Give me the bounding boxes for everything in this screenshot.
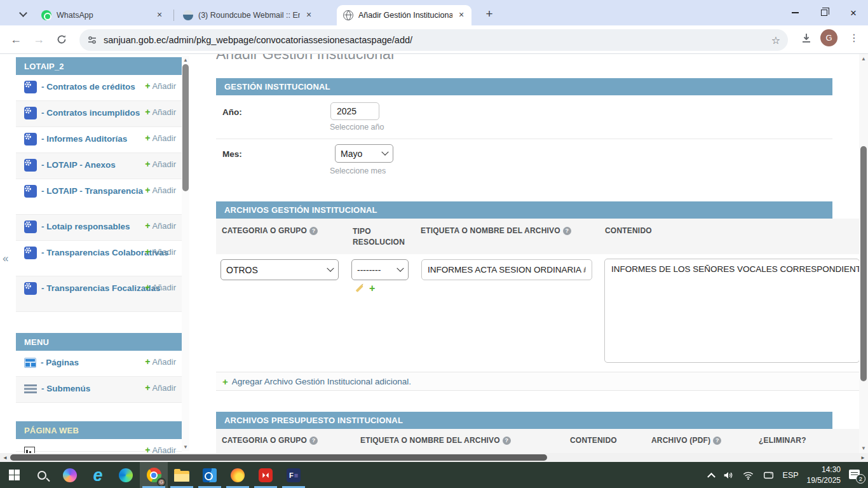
categoria-select[interactable]: OTROS [220,259,339,280]
sidebar-item-paginas[interactable]: - Páginas +Añadir [16,351,182,377]
scroll-left-icon[interactable]: ◄ [3,455,8,461]
sidebar-item-lotaip-responsables[interactable]: - Lotaip responsables +Añadir [16,215,182,241]
submenu-icon [24,384,37,393]
taskbar-search-button[interactable] [28,462,56,488]
etiqueta-input[interactable] [421,259,592,280]
help-icon[interactable]: ? [563,227,571,235]
sidebar-collapse-button[interactable]: « [3,252,8,265]
tab-close-icon[interactable]: × [154,10,165,20]
copilot-icon [63,468,77,482]
sidebar-item-informes-auditorias[interactable]: - Informes Auditorías +Añadir [16,127,182,153]
language-indicator[interactable]: ESP [783,471,799,480]
taskbar-outlook-button[interactable] [196,462,224,488]
help-icon[interactable]: ? [309,437,318,445]
add-link[interactable]: +Añadir [145,159,176,169]
profile-avatar[interactable]: G [820,29,837,46]
taskbar-edge-button[interactable] [112,462,140,488]
help-icon[interactable]: ? [309,227,318,235]
start-button[interactable] [0,462,28,488]
plus-icon: + [145,81,150,91]
add-link[interactable]: +Añadir [145,445,176,453]
edit-icon[interactable] [356,285,363,292]
taskbar-firefox-button[interactable] [224,462,252,488]
download-icon[interactable] [800,32,813,44]
internet-explorer-icon: e [93,468,102,482]
help-icon[interactable]: ? [503,437,511,445]
system-tray: ESP 14:30 19/5/2025 2 [709,462,864,488]
sidebar-item-contratos-incumplidos[interactable]: - Contratos incumplidos +Añadir [16,101,182,127]
scroll-down-icon[interactable]: ▼ [859,445,868,451]
tab-active-gestion[interactable]: Añadir Gestión Institucional | Pa × [337,5,471,25]
taskbar-acrobat-button[interactable] [252,462,280,488]
notification-center-button[interactable]: 2 [849,469,864,482]
back-button[interactable]: ← [6,30,25,50]
tab-close-icon[interactable]: × [456,10,466,20]
sidebar-item-partial[interactable]: +Añadir [16,439,182,452]
search-icon [37,471,46,480]
sidebar-item-lotaip-transparencia[interactable]: - LOTAIP - Transparencia +Añadir [16,179,182,215]
help-icon[interactable]: ? [713,437,721,445]
add-link[interactable]: +Añadir [145,185,176,195]
taskbar-ie-button[interactable]: e [84,462,112,488]
tipo-resolucion-select[interactable]: -------- [351,259,409,280]
add-link[interactable]: +Añadir [145,133,176,143]
windows-taskbar: e G F≡ ESP 14:30 19/5/2025 [0,462,868,488]
reload-button[interactable] [52,30,71,50]
add-link[interactable]: +Añadir [145,107,176,117]
tab-search-chevron-icon[interactable] [18,8,28,18]
url-text[interactable]: sanjuan.gob.ec/admin/pkg_webpage/convoca… [104,35,766,45]
add-link[interactable]: +Añadir [145,247,176,257]
scroll-up-icon[interactable]: ▲ [182,57,189,63]
add-link[interactable]: +Añadir [145,383,176,393]
browser-tab-strip: WhatsApp × (3) Roundcube Webmail :: Entr… [0,0,868,25]
scroll-down-icon[interactable]: ▼ [182,444,189,450]
new-tab-button[interactable]: + [480,5,498,23]
mes-select[interactable]: Mayo [335,144,393,163]
address-bar[interactable]: sanjuan.gob.ec/admin/pkg_webpage/convoca… [79,29,788,51]
tab-close-icon[interactable]: × [304,10,314,20]
tab-whatsapp[interactable]: WhatsApp × [35,5,170,25]
add-icon[interactable]: + [369,284,375,293]
site-settings-icon[interactable] [87,35,97,45]
globe-icon [343,10,353,20]
close-window-button[interactable]: × [839,0,868,25]
sidebar-item-transparencias-focalizadas[interactable]: - Transparencias Focalizadas +Añadir [16,276,182,312]
sidebar-scrollbar-thumb[interactable] [182,64,189,191]
forward-button[interactable]: → [29,30,48,50]
wifi-icon[interactable] [742,470,754,481]
tab-roundcube[interactable]: (3) Roundcube Webmail :: Entra × [177,5,319,25]
volume-icon[interactable] [722,470,734,481]
tab-label: WhatsApp [57,11,151,20]
scroll-up-icon[interactable]: ▲ [859,56,868,62]
taskbar-chrome-button[interactable]: G [140,462,168,488]
add-archivo-gestion-link[interactable]: Agregar Archivo Gestión Institucional ad… [232,377,411,386]
taskbar-copilot-button[interactable] [56,462,84,488]
horizontal-scrollbar[interactable]: ◄ ► [0,453,868,462]
tray-expand-icon[interactable] [707,473,715,481]
sidebar-item-contratos-creditos[interactable]: - Contratos de créditos +Añadir [16,75,182,101]
sidebar-item-submenus[interactable]: - Submenús +Añadir [16,377,182,403]
anio-input[interactable] [330,102,379,120]
add-link[interactable]: +Añadir [145,282,176,292]
add-link[interactable]: +Añadir [145,356,176,367]
contenido-textarea[interactable]: INFORMES DE LOS SEÑORES VOCALES CORRESPO… [604,259,859,363]
sidebar-scrollbar[interactable]: ▲ ▼ [182,56,189,451]
bookmark-star-icon[interactable]: ☆ [771,34,780,46]
sidebar-item-lotaip-anexos[interactable]: - LOTAIP - Anexos +Añadir [16,153,182,179]
horizontal-scrollbar-thumb[interactable] [10,454,547,461]
add-link[interactable]: +Añadir [145,81,176,91]
minimize-button[interactable] [780,0,810,25]
page-scrollbar-thumb[interactable] [860,146,867,381]
remote-session-icon[interactable] [763,470,775,481]
sidebar-item-transparencias-colaborativas[interactable]: - Transparencias Colaborativas +Añadir [16,241,182,276]
restore-button[interactable] [810,0,839,25]
page-scrollbar[interactable]: ▲ ▼ [859,54,868,453]
browser-menu-icon[interactable]: ⋮ [845,32,863,44]
scroll-right-icon[interactable]: ► [860,455,865,461]
clock[interactable]: 14:30 19/5/2025 [807,464,841,485]
taskbar-fapp-button[interactable]: F≡ [280,462,308,488]
taskbar-explorer-button[interactable] [168,462,196,488]
main-form-area: Añadir Gestión Institucional GESTIÓN INS… [216,54,859,453]
add-link[interactable]: +Añadir [145,220,176,231]
col-eliminar: ¿ELIMINAR? [759,436,806,445]
